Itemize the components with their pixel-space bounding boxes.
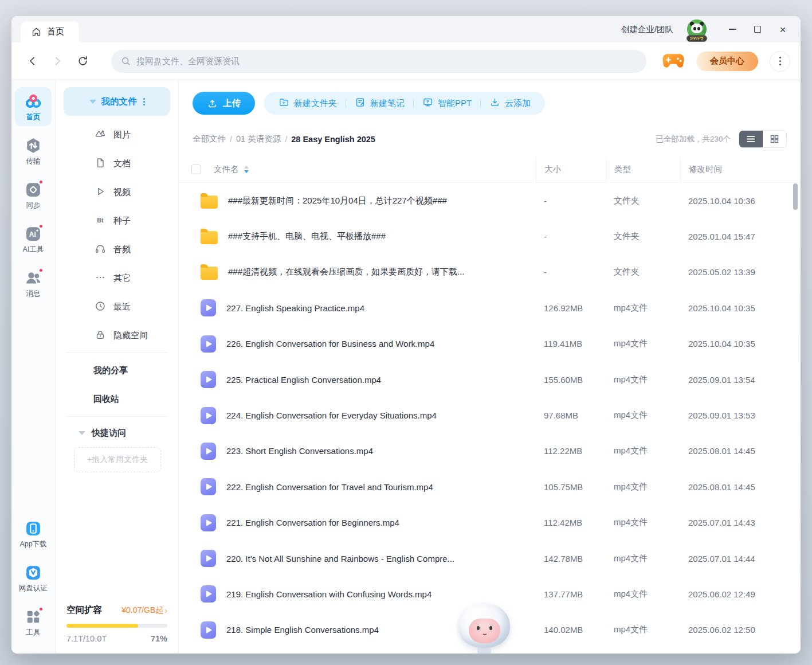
storage-usage: 7.1T/10.0T bbox=[66, 634, 107, 643]
upload-button[interactable]: 上传 bbox=[193, 92, 255, 115]
sidebar-item-documents[interactable]: 文档 bbox=[56, 149, 178, 178]
search-input[interactable] bbox=[136, 56, 637, 66]
breadcrumb-item[interactable]: 01 英语资源 bbox=[236, 134, 281, 144]
app-window: 首页 创建企业/团队 SVIP5 × bbox=[11, 16, 801, 654]
column-type[interactable]: 类型 bbox=[606, 157, 680, 182]
folder-plus-icon bbox=[278, 97, 289, 109]
sidebar-item-others[interactable]: 其它 bbox=[56, 264, 178, 292]
new-note-button[interactable]: 新建笔记 bbox=[346, 97, 413, 109]
expand-storage-label: 空间扩容 bbox=[66, 604, 102, 616]
sidebar-item-recent[interactable]: 最近 bbox=[56, 292, 178, 321]
new-folder-button[interactable]: 新建文件夹 bbox=[270, 97, 346, 109]
vip-center-button[interactable]: 会员中心 bbox=[696, 52, 758, 71]
file-name: 221. English Conversation for Beginners.… bbox=[226, 518, 399, 527]
sidebar-item-hidden-space[interactable]: 隐藏空间 bbox=[56, 321, 178, 350]
sidebar-item-my-shares[interactable]: 我的分享 bbox=[56, 356, 178, 385]
table-row[interactable]: 226. English Conversation for Business a… bbox=[191, 326, 781, 362]
table-row[interactable]: 220. It's Not All Sunshine and Rainbows … bbox=[191, 541, 781, 576]
upload-icon bbox=[207, 98, 218, 109]
breadcrumb-item[interactable]: 全部文件 bbox=[193, 134, 226, 144]
sort-desc-icon bbox=[244, 170, 249, 173]
select-all-checkbox[interactable] bbox=[191, 165, 201, 174]
bt-icon: Bt bbox=[95, 214, 106, 228]
search-icon bbox=[120, 56, 131, 66]
mp4-file-icon bbox=[201, 478, 216, 495]
table-row[interactable]: 222. English Conversation for Travel and… bbox=[191, 469, 781, 504]
list-view-button[interactable] bbox=[739, 131, 763, 147]
file-size: - bbox=[536, 267, 606, 277]
quick-access-toggle[interactable]: 快捷访问 bbox=[56, 420, 178, 446]
cloud-add-button[interactable]: 云添加 bbox=[481, 97, 539, 109]
column-filename[interactable]: 文件名 bbox=[214, 164, 239, 175]
file-modified-time: 2025.05.02 13:39 bbox=[680, 267, 781, 277]
sidebar-item-audio[interactable]: 音频 bbox=[56, 235, 178, 264]
notification-dot bbox=[38, 268, 44, 273]
smart-ppt-button[interactable]: P智能PPT bbox=[414, 97, 480, 109]
table-row[interactable]: ###超清视频，在线观看会压缩画质，如果要画质好，请下载... - 文件夹 20… bbox=[191, 255, 781, 290]
rail-item-tools[interactable]: 工具 bbox=[15, 603, 52, 641]
minimize-button[interactable] bbox=[724, 21, 741, 38]
table-row[interactable]: 223. Short English Conversations.mp4 112… bbox=[191, 433, 781, 469]
rail-item-app-download[interactable]: App下载 bbox=[15, 514, 52, 553]
avatar[interactable]: SVIP5 bbox=[687, 19, 707, 39]
create-team-link[interactable]: 创建企业/团队 bbox=[621, 24, 673, 35]
primary-sidebar: 首页 传输 同步AI AI工具 消息 App下载 网盘认证 工具 bbox=[11, 80, 56, 654]
assistant-mascot[interactable] bbox=[458, 601, 510, 654]
tab-home[interactable]: 首页 bbox=[21, 21, 79, 42]
mp4-file-icon bbox=[201, 335, 216, 353]
refresh-button[interactable] bbox=[72, 51, 93, 72]
sort-toggle[interactable] bbox=[244, 166, 249, 173]
sidebar-item-videos[interactable]: 视频 bbox=[56, 178, 178, 206]
games-icon[interactable] bbox=[662, 53, 685, 69]
table-row[interactable]: 225. Practical English Conversation.mp4 … bbox=[191, 362, 781, 397]
table-row[interactable]: ###最新更新时间：2025年10月04日，总计227个视频### - 文件夹 … bbox=[191, 183, 781, 218]
video-icon bbox=[95, 186, 106, 199]
phone-icon bbox=[24, 519, 42, 538]
sidebar-item-torrents[interactable]: Bt 种子 bbox=[56, 206, 178, 235]
storage-price-link[interactable]: ¥0.07/GB起 bbox=[121, 605, 163, 616]
scrollbar-thumb[interactable] bbox=[793, 183, 798, 210]
ai-icon: AI bbox=[24, 225, 42, 243]
sidebar-item-my-files[interactable]: 我的文件 bbox=[64, 87, 170, 116]
folder-icon bbox=[201, 195, 218, 209]
table-row[interactable]: 227. English Speaking Practice.mp4 126.9… bbox=[191, 290, 781, 326]
rail-item-sync[interactable]: 同步 bbox=[15, 175, 52, 214]
back-button[interactable] bbox=[22, 51, 42, 72]
forward-button[interactable] bbox=[47, 51, 68, 72]
rail-item-ai-tools[interactable]: AI AI工具 bbox=[15, 220, 52, 259]
column-size[interactable]: 大小 bbox=[536, 157, 606, 182]
mp4-file-icon bbox=[201, 514, 216, 531]
file-name: 222. English Conversation for Travel and… bbox=[226, 482, 433, 492]
recent-icon bbox=[95, 300, 106, 314]
people-icon bbox=[24, 269, 42, 287]
sidebar-item-images[interactable]: 图片 bbox=[56, 120, 178, 149]
kebab-icon[interactable] bbox=[143, 101, 145, 103]
file-name: ###最新更新时间：2025年10月04日，总计227个视频### bbox=[228, 195, 447, 206]
file-name: 223. Short English Conversations.mp4 bbox=[226, 446, 373, 456]
search-bar[interactable] bbox=[111, 50, 646, 73]
breadcrumb: 全部文件/01 英语资源/28 Easy English 2025 bbox=[193, 134, 375, 144]
mp4-file-icon bbox=[201, 407, 216, 424]
rail-item-home[interactable]: 首页 bbox=[15, 87, 52, 126]
close-button[interactable]: × bbox=[774, 21, 791, 38]
rail-item-messages[interactable]: 消息 bbox=[15, 264, 52, 303]
grid-view-button[interactable] bbox=[763, 131, 786, 147]
table-row[interactable]: 221. English Conversation for Beginners.… bbox=[191, 505, 781, 541]
maximize-button[interactable] bbox=[749, 21, 766, 38]
sidebar-item-recycle-bin[interactable]: 回收站 bbox=[56, 385, 178, 413]
file-size: 97.68MB bbox=[536, 410, 606, 420]
more-menu-button[interactable] bbox=[770, 51, 790, 72]
table-row[interactable]: ###支持手机、电脑、电视、平板播放### - 文件夹 2025.01.04 1… bbox=[191, 218, 781, 254]
favorite-folder-dropzone[interactable]: +拖入常用文件夹 bbox=[74, 447, 161, 472]
file-modified-time: 2025.06.02 12:50 bbox=[680, 625, 781, 635]
notification-dot bbox=[38, 224, 44, 229]
table-row[interactable]: 224. English Conversation for Everyday S… bbox=[191, 397, 781, 433]
file-name: 227. English Speaking Practice.mp4 bbox=[226, 303, 364, 313]
rail-item-transfer[interactable]: 传输 bbox=[15, 131, 52, 170]
note-icon bbox=[355, 97, 366, 109]
column-modified[interactable]: 修改时间 bbox=[680, 157, 781, 182]
rail-item-certification[interactable]: 网盘认证 bbox=[15, 558, 52, 597]
file-name: 218. Simple English Conversations.mp4 bbox=[226, 625, 379, 635]
mp4-file-icon bbox=[201, 550, 216, 567]
verify-icon bbox=[24, 564, 42, 582]
